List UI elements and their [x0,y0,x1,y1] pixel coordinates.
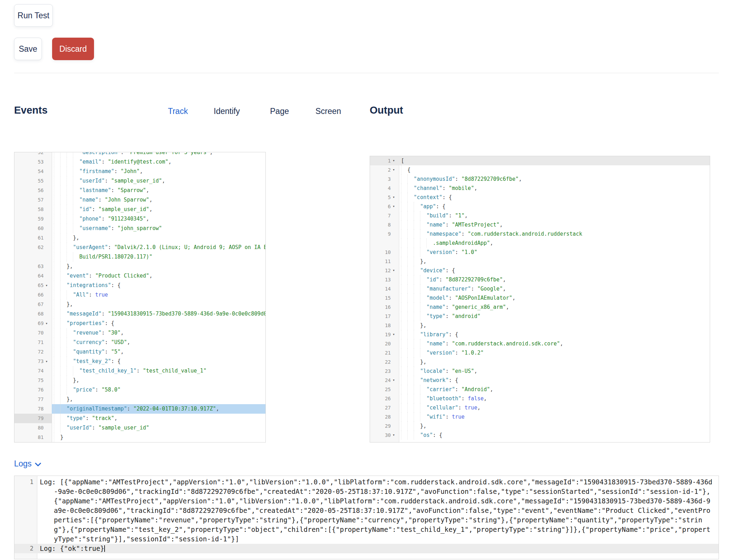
code-line[interactable]: 1▾[ [370,156,710,165]
code-line[interactable]: 58"id": "sample_user_id", [14,205,265,214]
code-line[interactable]: 57"name": "John Sparrow", [14,195,265,205]
code-line[interactable]: 20"name": "com.rudderstack.android.sdk.c… [370,339,710,348]
log-entry[interactable]: 2Log: {"ok":true} [14,544,719,553]
code-line[interactable]: 82] [14,442,265,443]
line-number: 72 [14,347,45,357]
code-line[interactable]: 11}, [370,257,710,266]
code-line[interactable]: 80"userId": "sample_user_id" [14,423,265,433]
fold-arrow-icon [45,290,52,300]
line-number: 5 [370,193,393,202]
code-line[interactable]: 12▾"device": { [370,266,710,275]
code-line[interactable]: 19▾"library": { [370,330,710,339]
code-line[interactable]: 81} [14,433,265,442]
code-line[interactable]: 10"version": "1.0" [370,248,710,257]
code-line[interactable]: 29}, [370,421,710,431]
fold-arrow-icon [45,404,52,414]
code-line[interactable]: 7"build": "1", [370,211,710,220]
code-line[interactable]: 24▾"network": { [370,376,710,385]
run-test-button[interactable]: Run Test [14,4,53,27]
code-line[interactable]: 4"channel": "mobile", [370,184,710,193]
fold-arrow-icon [393,339,399,348]
code-line[interactable]: 14"manufacturer": "Google", [370,284,710,293]
code-line[interactable]: 21"version": "1.0.2" [370,348,710,357]
logs-toggle[interactable]: Logs [14,459,41,469]
code-line[interactable]: 59"phone": "9112340345", [14,214,265,224]
fold-arrow-icon[interactable]: ▾ [45,281,52,290]
tab-track[interactable]: Track [168,107,188,116]
code-line[interactable]: 8"name": "AMTestProject", [370,220,710,229]
line-number: 71 [14,338,45,347]
code-line[interactable]: 23"locale": "en-US", [370,367,710,376]
gutter-cell: 64 [14,271,52,281]
code-line[interactable]: 30▾"os": { [370,431,710,440]
code-line[interactable]: 9"namespace": "com.rudderstack.android.r… [370,229,710,238]
code-line[interactable]: 69▾"properties": { [14,319,265,328]
code-line[interactable]: 65▾"integrations": { [14,281,265,290]
code-line[interactable]: 28"wifi": true [370,412,710,421]
fold-arrow-icon[interactable]: ▾ [393,202,399,211]
code-line[interactable]: 3"anonymousId": "8d872292709c6fbe", [370,174,710,184]
gutter-cell: 63 [14,262,52,271]
fold-arrow-icon[interactable]: ▾ [45,319,52,328]
code-line[interactable]: 60"username": "john_sparrow" [14,224,265,233]
code-line[interactable]: 78"originalTimestamp": "2022-04-01T10:37… [14,404,265,414]
code-line[interactable]: 22}, [370,357,710,367]
code-line[interactable]: 70"revenue": "30", [14,328,265,338]
tab-identify[interactable]: Identify [214,107,240,116]
code-line[interactable]: Build/PSR1.180720.117)" [14,252,265,262]
fold-arrow-icon[interactable]: ▾ [393,156,399,165]
code-line[interactable]: 25"carrier": "Android", [370,385,710,394]
discard-button[interactable]: Discard [52,38,94,60]
code-line[interactable]: 66"All": true [14,290,265,300]
code-line[interactable]: 13"id": "8d872292709c6fbe", [370,275,710,284]
code-line[interactable]: 79"type": "track", [14,414,265,423]
fold-arrow-icon[interactable]: ▾ [45,357,52,366]
line-number: 20 [370,339,393,348]
tab-screen[interactable]: Screen [315,107,341,116]
code-line[interactable]: 52"description": "Premium user for 5 yea… [14,152,265,157]
code-line[interactable]: 54"firstname": "John", [14,167,265,176]
code-line[interactable]: 26"bluetooth": false, [370,394,710,403]
code-line[interactable]: 64"event": "Product Clicked", [14,271,265,281]
code-line[interactable]: 61}, [14,233,265,243]
line-number: 80 [14,423,45,433]
code-line[interactable]: 72"quantity": "5", [14,347,265,357]
fold-arrow-icon[interactable]: ▾ [393,330,399,339]
fold-arrow-icon[interactable]: ▾ [393,266,399,275]
code-line[interactable]: 56"lastname": "Sparrow", [14,186,265,195]
code-line[interactable]: 76"price": "58.0" [14,385,265,395]
code-line[interactable]: .sampleAndroidApp", [370,238,710,248]
line-number: 27 [370,403,393,412]
save-button[interactable]: Save [14,38,42,60]
fold-arrow-icon[interactable]: ▾ [393,193,399,202]
code-line[interactable]: 18}, [370,321,710,330]
code-line[interactable]: 15"model": "AOSPonIAEmulator", [370,293,710,303]
code-line[interactable]: 73▾"test_key_2": { [14,357,265,366]
log-entry[interactable]: 1Log: [{"appName":"AMTestProject","appVe… [14,477,719,544]
code-line[interactable]: 53"email": "identify@test.com", [14,157,265,167]
code-line[interactable]: 74"test_child_key_1": "test_child_value_… [14,366,265,376]
code-line[interactable]: 27"cellular": true, [370,403,710,412]
logs-editor[interactable]: 1Log: [{"appName":"AMTestProject","appVe… [14,476,719,559]
code-line[interactable]: 62"userAgent": "Dalvik/2.1.0 (Linux; U; … [14,243,265,252]
code-line[interactable]: 77}, [14,395,265,404]
code-line[interactable]: 55"userId": "sample_user_id", [14,176,265,186]
code-line[interactable]: 71"currency": "USD", [14,338,265,347]
code-line[interactable]: 75}, [14,376,265,385]
code-line[interactable]: 67}, [14,300,265,309]
code-line[interactable]: 68"messageId": "1590431830915-73bed370-5… [14,309,265,319]
code-line[interactable]: 63}, [14,262,265,271]
line-number: 19 [370,330,393,339]
output-json-editor[interactable]: 1▾[2▾{3"anonymousId": "8d872292709c6fbe"… [370,156,710,443]
events-json-editor[interactable]: 52"description": "Premium user for 5 yea… [14,152,266,443]
code-line[interactable]: 6▾"app": { [370,202,710,211]
code-line[interactable]: 5▾"context": { [370,193,710,202]
tab-page[interactable]: Page [270,107,289,116]
fold-arrow-icon[interactable]: ▾ [393,376,399,385]
fold-arrow-icon [393,312,399,321]
fold-arrow-icon[interactable]: ▾ [393,431,399,440]
code-line[interactable]: 17"type": "android" [370,312,710,321]
fold-arrow-icon[interactable]: ▾ [393,165,399,174]
code-line[interactable]: 2▾{ [370,165,710,174]
code-line[interactable]: 16"name": "generic_x86_arm", [370,303,710,312]
